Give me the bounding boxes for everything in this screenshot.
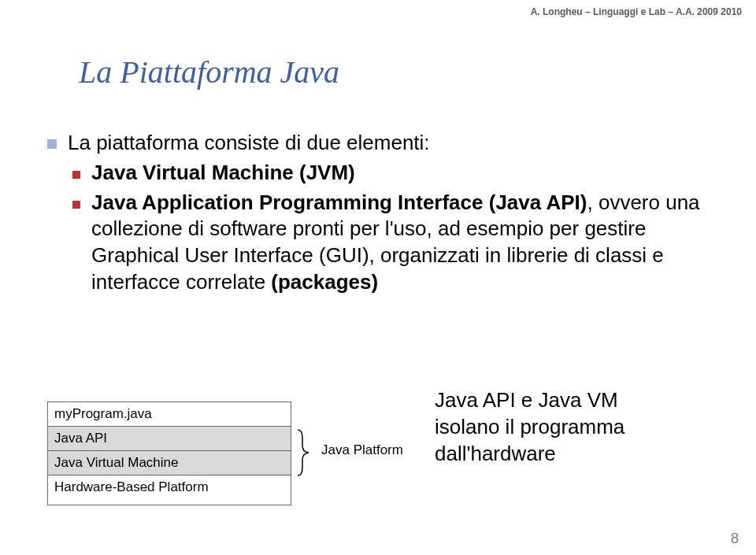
sub-bullet-text-2: Java Application Programming Interface (… xyxy=(91,190,732,296)
platform-diagram: myProgram.java Java API Java Virtual Mac… xyxy=(47,386,457,524)
bullet-icon xyxy=(47,139,57,149)
sub-bullet-icon xyxy=(72,171,80,179)
page-number: 8 xyxy=(731,531,739,547)
bullet-text-1: La piattaforma consiste di due elementi: xyxy=(68,130,430,157)
bullet-item-1: La piattaforma consiste di due elementi: xyxy=(47,130,732,157)
sub-bullet-item-2: Java Application Programming Interface (… xyxy=(47,190,732,296)
caption-line-2: isolano il programma xyxy=(435,414,624,441)
slide-content: La piattaforma consiste di due elementi:… xyxy=(47,130,732,299)
jvm-bold: Java Virtual Machine (JVM) xyxy=(91,161,355,184)
sub-bullet-icon xyxy=(72,201,80,209)
sub-bullet-item-1: Java Virtual Machine (JVM) xyxy=(47,160,732,187)
api-bold-start: Java Application Programming Interface (… xyxy=(91,191,587,214)
diagram-row-program: myProgram.java xyxy=(47,401,291,427)
brace-icon xyxy=(295,428,317,477)
sub-bullet-text-1: Java Virtual Machine (JVM) xyxy=(91,160,355,187)
diagram-stack: myProgram.java Java API Java Virtual Mac… xyxy=(47,401,291,505)
diagram-row-api: Java API xyxy=(47,427,291,451)
slide-title: La Piattaforma Java xyxy=(79,54,339,91)
packages-bold: (packages) xyxy=(271,270,378,294)
platform-label: Java Platform xyxy=(321,442,403,458)
diagram-row-jvm: Java Virtual Machine xyxy=(47,451,291,475)
diagram-caption: Java API e Java VM isolano il programma … xyxy=(435,387,624,467)
slide-header: A. Longheu – Linguaggi e Lab – A.A. 2009… xyxy=(531,6,742,17)
caption-line-1: Java API e Java VM xyxy=(435,387,624,414)
diagram-row-hardware: Hardware-Based Platform xyxy=(47,475,291,505)
caption-line-3: dall'hardware xyxy=(435,441,624,468)
